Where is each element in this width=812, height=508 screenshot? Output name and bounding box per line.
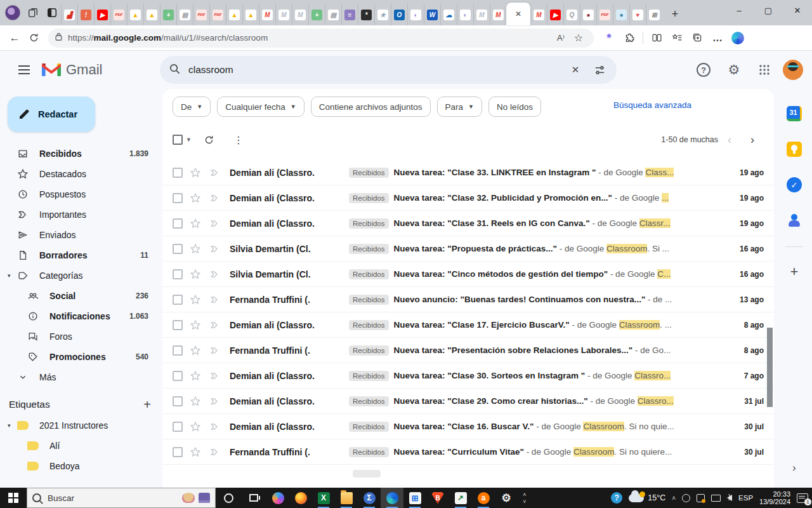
advanced-search-link[interactable]: Búsqueda avanzada bbox=[613, 100, 691, 110]
workspaces-icon[interactable] bbox=[27, 6, 39, 19]
address-bar[interactable]: https://mail.google.com/mail/u/1/#search… bbox=[48, 29, 594, 48]
pinned-tab-outlook[interactable]: O bbox=[391, 4, 407, 25]
active-tab[interactable]: ✕ bbox=[506, 3, 530, 25]
star-icon[interactable] bbox=[189, 370, 202, 382]
action-center-icon[interactable]: 1 bbox=[797, 493, 808, 503]
sidebar-item-importantes[interactable]: Importantes bbox=[0, 204, 162, 225]
window-maximize-button[interactable]: ▢ bbox=[754, 0, 783, 20]
pinned-tab-sheets[interactable]: + bbox=[308, 4, 325, 25]
pinned-tab-list-purple[interactable]: ≡ bbox=[341, 4, 358, 25]
more-actions-icon[interactable]: ⋮ bbox=[227, 128, 250, 151]
pinned-tab-gmail[interactable]: M bbox=[530, 4, 547, 25]
tray-icon-circle[interactable] bbox=[682, 494, 690, 502]
favorites-list-icon[interactable] bbox=[668, 29, 686, 47]
search-bar[interactable]: classroom ✕ bbox=[160, 56, 617, 84]
star-icon[interactable] bbox=[189, 294, 202, 305]
sidebar-item-recibidos[interactable]: Recibidos 1.839 bbox=[0, 144, 162, 164]
importance-marker-icon[interactable] bbox=[208, 319, 221, 331]
taskbar-app-math-input[interactable]: Σ bbox=[358, 488, 381, 508]
pinned-tab-mail-muted[interactable]: M bbox=[473, 4, 490, 25]
email-row[interactable]: Demian ali (Classro. Recibidos Nueva tar… bbox=[162, 185, 774, 211]
sidebar-item-pospuestos[interactable]: Pospuestos bbox=[0, 184, 162, 204]
sidebar-item-destacados[interactable]: Destacados bbox=[0, 164, 162, 184]
taskbar-app-copilot[interactable] bbox=[266, 488, 289, 508]
email-row[interactable]: Fernanda Truffini (. Recibidos Nuevo anu… bbox=[162, 287, 774, 312]
sidebar-item-borradores[interactable]: Borradores 11 bbox=[0, 245, 162, 265]
pinned-tab-loop-purple[interactable]: ◐ bbox=[407, 4, 424, 25]
email-row[interactable]: Silvia Demartin (Cl. Recibidos Nueva tar… bbox=[162, 262, 774, 287]
email-checkbox[interactable] bbox=[173, 295, 183, 305]
pinned-tab-search-muted[interactable]: Q bbox=[563, 4, 580, 25]
email-checkbox[interactable] bbox=[173, 320, 183, 330]
taskbar-app-file-explorer[interactable] bbox=[335, 488, 358, 508]
email-row[interactable]: Demian ali (Classro. Recibidos Nueva tar… bbox=[162, 312, 774, 338]
pinned-tab-analytics[interactable]: ▟ bbox=[61, 4, 77, 25]
taskbar-app-avast[interactable]: a bbox=[472, 488, 495, 508]
pinned-tab-loop-purple[interactable]: ◐ bbox=[457, 4, 473, 25]
tray-icon-calendar-alert[interactable] bbox=[697, 494, 705, 502]
pinned-tab-mail-muted[interactable]: M bbox=[275, 4, 292, 25]
sidebar-item-m-s[interactable]: Más bbox=[0, 367, 162, 387]
taskbar-app-brave[interactable]: B bbox=[426, 488, 449, 508]
pinned-tab-star-muted[interactable]: ★ bbox=[374, 4, 391, 25]
taskbar-app-microsoft-store[interactable]: ⊞ bbox=[403, 488, 426, 508]
email-row[interactable]: Silvia Demartin (Cl. Recibidos Nueva tar… bbox=[162, 236, 774, 262]
new-tab-button[interactable]: + bbox=[666, 5, 684, 23]
language-indicator[interactable]: ESP bbox=[738, 494, 753, 502]
email-row[interactable]: Demian ali (Classro. Recibidos Nueva tar… bbox=[162, 211, 774, 236]
email-checkbox[interactable] bbox=[173, 447, 183, 457]
importance-marker-icon[interactable] bbox=[208, 370, 221, 382]
pinned-tab-drive[interactable]: ▲ bbox=[242, 4, 259, 25]
taskbar-app-settings[interactable]: ⚙ bbox=[495, 488, 518, 508]
email-checkbox[interactable] bbox=[173, 193, 183, 203]
pinned-tab-openai[interactable]: * bbox=[358, 4, 374, 25]
email-checkbox[interactable] bbox=[173, 218, 183, 229]
scrollbar-thumb[interactable] bbox=[767, 328, 773, 407]
start-button[interactable] bbox=[0, 488, 27, 508]
email-checkbox[interactable] bbox=[173, 168, 183, 178]
pinned-tab-circle-darkred[interactable]: ● bbox=[580, 4, 596, 25]
favorite-star-icon[interactable]: ☆ bbox=[570, 32, 587, 44]
pinned-tab-word[interactable]: W bbox=[424, 4, 440, 25]
pinned-tab-pdf[interactable]: PDF bbox=[193, 4, 209, 25]
pinned-tab-sheets[interactable]: + bbox=[160, 4, 176, 25]
sidebar-item-foros[interactable]: Foros bbox=[0, 326, 162, 347]
taskbar-scroll-chevrons[interactable]: ˄˅ bbox=[518, 488, 532, 508]
pinned-tab-drive[interactable]: ▲ bbox=[226, 4, 242, 25]
tray-icon-network[interactable] bbox=[711, 495, 721, 502]
email-row[interactable]: Demian ali (Classro. Recibidos Nueva tar… bbox=[162, 389, 774, 414]
refresh-button[interactable] bbox=[24, 29, 43, 48]
star-icon[interactable] bbox=[189, 421, 202, 432]
sidebar-item-enviados[interactable]: Enviados bbox=[0, 225, 162, 245]
pinned-tab-gmail[interactable]: M bbox=[490, 4, 506, 25]
collections-icon[interactable] bbox=[688, 29, 706, 47]
copilot-icon[interactable] bbox=[729, 29, 747, 47]
email-checkbox[interactable] bbox=[173, 371, 183, 381]
email-checkbox[interactable] bbox=[173, 244, 183, 254]
window-minimize-button[interactable]: – bbox=[724, 0, 754, 20]
read-aloud-icon[interactable]: A⁾ bbox=[552, 33, 570, 43]
pinned-tab-youtube[interactable]: ▶ bbox=[94, 4, 110, 25]
importance-marker-icon[interactable] bbox=[208, 345, 221, 356]
settings-gear-icon[interactable]: ⚙ bbox=[722, 58, 746, 82]
importance-marker-icon[interactable] bbox=[208, 396, 221, 407]
email-row[interactable]: Fernanda Truffini (. Recibidos Nueva tar… bbox=[162, 338, 774, 363]
taskbar-app-edge[interactable] bbox=[381, 488, 403, 508]
taskbar-app-firefox[interactable] bbox=[289, 488, 312, 508]
email-checkbox[interactable] bbox=[173, 269, 183, 279]
importance-marker-icon[interactable] bbox=[208, 421, 221, 432]
add-label-icon[interactable]: + bbox=[143, 398, 151, 412]
importance-marker-icon[interactable] bbox=[208, 446, 221, 458]
filter-chip-no-le-dos[interactable]: No leídos bbox=[488, 97, 541, 117]
taskbar-clock[interactable]: 20:33 13/9/2024 bbox=[759, 490, 790, 505]
importance-marker-icon[interactable] bbox=[208, 167, 221, 178]
sidebar-item-notificaciones[interactable]: Notificaciones 1.063 bbox=[0, 306, 162, 326]
email-row[interactable]: Demian ali (Classro. Recibidos Nueva tar… bbox=[162, 363, 774, 389]
email-checkbox[interactable] bbox=[173, 396, 183, 406]
pinned-tab-pdf[interactable]: PDF bbox=[596, 4, 613, 25]
pinned-tab-youtube[interactable]: ▶ bbox=[547, 4, 563, 25]
pinned-tab-onedrive[interactable]: ☁ bbox=[440, 4, 457, 25]
tray-icon-volume[interactable] bbox=[727, 495, 732, 501]
filter-chip-cualquier-fecha[interactable]: Cualquier fecha▼ bbox=[217, 97, 304, 117]
pinned-tab-drive[interactable]: ▲ bbox=[127, 4, 143, 25]
